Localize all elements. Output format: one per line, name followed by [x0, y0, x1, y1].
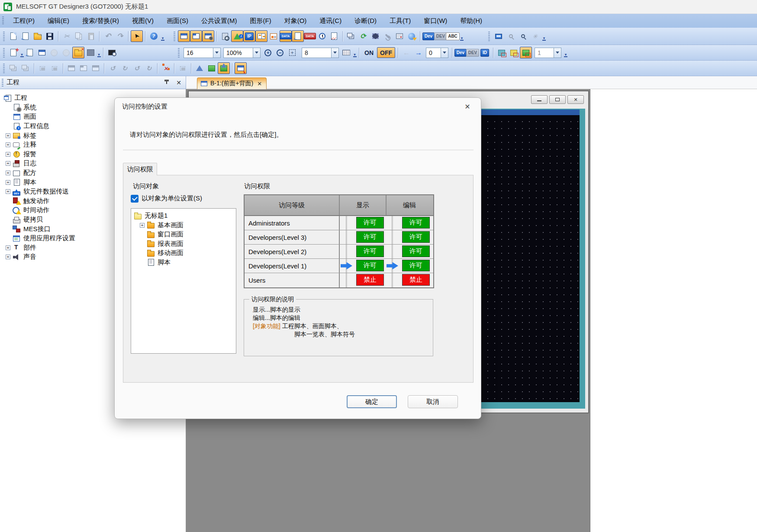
undo-button[interactable]: [102, 30, 114, 42]
access-object-tree-item[interactable]: + 脚本: [131, 258, 236, 268]
expand-icon[interactable]: +: [140, 223, 145, 228]
new-button[interactable]: [7, 30, 19, 42]
dev-display-button[interactable]: Dev: [454, 47, 467, 58]
refresh-button[interactable]: [357, 30, 369, 42]
data-check-button[interactable]: [328, 30, 340, 42]
per-object-setting-row[interactable]: 以对象为单位设置(S): [131, 194, 202, 203]
menu-item[interactable]: 图形(F): [244, 14, 278, 28]
simulator-button[interactable]: [493, 30, 505, 42]
screen-image-button[interactable]: [72, 47, 84, 58]
id-display-button[interactable]: ID: [479, 47, 491, 58]
edit-slider[interactable]: [386, 259, 400, 273]
cancel-button[interactable]: 取消: [408, 395, 458, 408]
watch-button[interactable]: [505, 30, 517, 42]
panel-close-icon[interactable]: ✕: [176, 80, 181, 86]
display-permission-cell[interactable]: 许可: [356, 217, 384, 229]
menu-item[interactable]: 对象(O): [278, 14, 313, 28]
grid-settings-button[interactable]: [340, 47, 352, 58]
expand-icon[interactable]: +: [6, 152, 10, 157]
close-button[interactable]: ✕: [567, 95, 584, 104]
menu-item[interactable]: 工程(P): [6, 14, 41, 28]
system-tools-button[interactable]: [381, 30, 393, 42]
tab-close-icon[interactable]: ✕: [257, 81, 262, 87]
edit-slider[interactable]: [386, 273, 400, 287]
stack-back-button[interactable]: [19, 62, 32, 74]
ip-address-button[interactable]: IP: [243, 30, 255, 42]
zoom-in-button[interactable]: [262, 47, 274, 58]
edit-permission-cell[interactable]: 许可: [402, 245, 430, 257]
window-split-button[interactable]: [190, 30, 202, 42]
display-permission-cell[interactable]: 许可: [356, 260, 384, 271]
screen-new-button[interactable]: [7, 47, 19, 58]
display-slider[interactable]: [340, 230, 354, 244]
select-mode-button[interactable]: [131, 30, 143, 42]
module-configuration-button[interactable]: [267, 30, 280, 42]
edit-slider[interactable]: [386, 230, 400, 244]
expand-icon[interactable]: +: [6, 171, 10, 175]
toolbar-overflow-icon[interactable]: [541, 31, 547, 42]
object-frame-button[interactable]: [496, 47, 508, 58]
dropdown-icon[interactable]: [19, 48, 24, 58]
toolbar-overflow-icon[interactable]: [563, 48, 568, 58]
align-right-button[interactable]: [90, 62, 102, 74]
device-comment-button[interactable]: DATA: [304, 30, 316, 42]
tab-access-rights[interactable]: 访问权限: [123, 163, 157, 175]
menu-item[interactable]: 搜索/替换(R): [76, 14, 126, 28]
layer-combobox[interactable]: 1: [535, 48, 561, 58]
access-object-tree-item[interactable]: + 窗口画面: [131, 230, 236, 239]
document-tab[interactable]: B-1:(前面+背面) ✕: [197, 77, 267, 89]
expand-icon[interactable]: +: [6, 142, 10, 147]
expand-icon[interactable]: +: [6, 133, 10, 138]
expand-icon[interactable]: +: [6, 245, 10, 250]
object-fill-button[interactable]: [508, 47, 520, 58]
minimize-button[interactable]: [531, 95, 548, 104]
access-object-tree-item[interactable]: + 基本画面: [131, 221, 236, 230]
device-data-button[interactable]: DATA: [280, 30, 292, 42]
drive-write-button[interactable]: [393, 30, 406, 42]
redo-button[interactable]: [114, 30, 126, 42]
object-highlight-button[interactable]: [520, 47, 532, 58]
toolbar-overflow-icon[interactable]: [160, 31, 165, 42]
text-check-button[interactable]: ABC: [447, 30, 459, 42]
display-permission-cell[interactable]: 许可: [356, 231, 384, 243]
dropdown-icon[interactable]: [554, 48, 561, 58]
object-snap-button[interactable]: [218, 62, 230, 74]
checkbox-checked-icon[interactable]: [131, 195, 139, 203]
display-slider[interactable]: [340, 216, 354, 230]
save-button[interactable]: [44, 30, 56, 42]
menu-item[interactable]: 帮助(H): [454, 14, 489, 28]
access-object-tree-item[interactable]: + 移动画面: [131, 248, 236, 258]
time-setting-button[interactable]: [316, 30, 328, 42]
device-previous-button[interactable]: [400, 47, 412, 58]
label-dev-button[interactable]: DEV: [467, 47, 479, 58]
system-information-button[interactable]: [231, 30, 243, 42]
rotate-ccw-button[interactable]: [131, 62, 143, 74]
forward-button[interactable]: [60, 47, 72, 58]
screen-open-button[interactable]: [24, 47, 36, 58]
options-button[interactable]: [529, 30, 541, 42]
rotate-left-button[interactable]: [106, 62, 119, 74]
fill-color-button[interactable]: [84, 47, 97, 58]
help-button[interactable]: [148, 30, 160, 42]
label-dev-button[interactable]: DEV: [435, 30, 447, 42]
display-permission-cell[interactable]: 禁止: [356, 274, 384, 286]
expand-icon[interactable]: +: [6, 189, 10, 194]
dropdown-icon[interactable]: [441, 48, 448, 58]
toolbar-overflow-icon[interactable]: [459, 31, 464, 42]
access-object-tree-item[interactable]: + 报表画面: [131, 239, 236, 249]
dialog-close-icon[interactable]: ✕: [460, 100, 475, 113]
dropdown-icon[interactable]: [352, 48, 357, 58]
data-browser-button[interactable]: [219, 30, 231, 42]
copy-button[interactable]: [73, 30, 85, 42]
display-slider[interactable]: [340, 245, 354, 258]
open-button[interactable]: [32, 30, 44, 42]
cut-button[interactable]: [61, 30, 73, 42]
font-size-combobox[interactable]: 16: [184, 48, 221, 58]
device-next-button[interactable]: [412, 47, 425, 58]
fit-screen-button[interactable]: [286, 47, 298, 58]
back-button[interactable]: [48, 47, 60, 58]
dropdown-icon[interactable]: [331, 48, 338, 58]
dropdown-icon[interactable]: [253, 48, 260, 58]
group-button[interactable]: [36, 62, 48, 74]
access-object-tree-item[interactable]: + 无标题1: [131, 211, 236, 221]
